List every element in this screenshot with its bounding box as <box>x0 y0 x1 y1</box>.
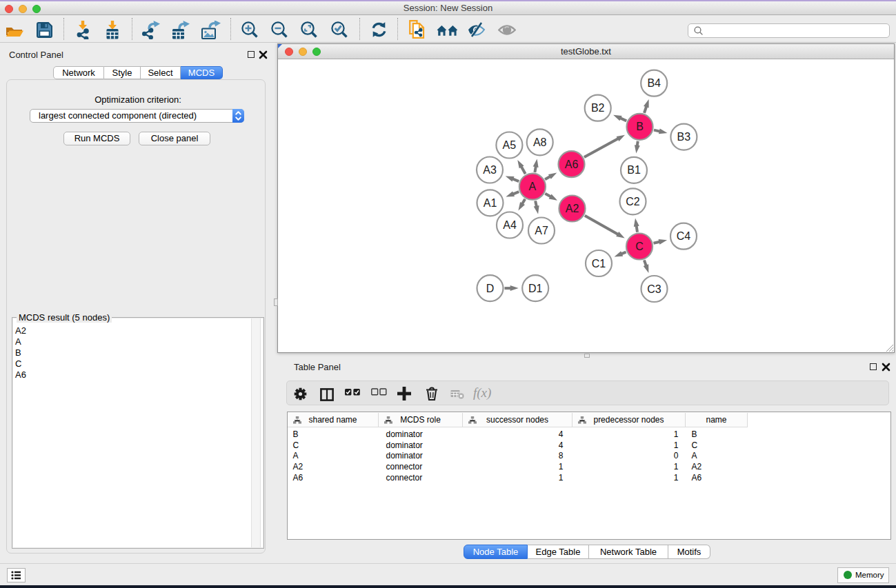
svg-text:B1: B1 <box>627 164 641 176</box>
svg-text:A5: A5 <box>503 139 517 151</box>
svg-text:D1: D1 <box>528 283 543 294</box>
svg-text:A8: A8 <box>533 136 547 148</box>
svg-text:A: A <box>529 181 537 192</box>
svg-text:B3: B3 <box>677 131 691 143</box>
svg-text:C1: C1 <box>592 258 606 270</box>
svg-text:C2: C2 <box>626 196 640 207</box>
svg-text:A3: A3 <box>483 164 497 176</box>
svg-text:B2: B2 <box>591 102 605 114</box>
svg-text:A1: A1 <box>484 197 497 209</box>
svg-text:B: B <box>636 121 644 132</box>
svg-text:B4: B4 <box>647 77 661 89</box>
svg-text:A2: A2 <box>566 203 579 214</box>
svg-text:A6: A6 <box>565 159 579 170</box>
svg-text:C: C <box>635 241 644 252</box>
svg-text:C4: C4 <box>677 230 691 242</box>
svg-text:D: D <box>486 283 495 294</box>
svg-text:A7: A7 <box>535 225 548 236</box>
svg-text:A4: A4 <box>503 219 517 231</box>
svg-text:C3: C3 <box>647 283 661 295</box>
